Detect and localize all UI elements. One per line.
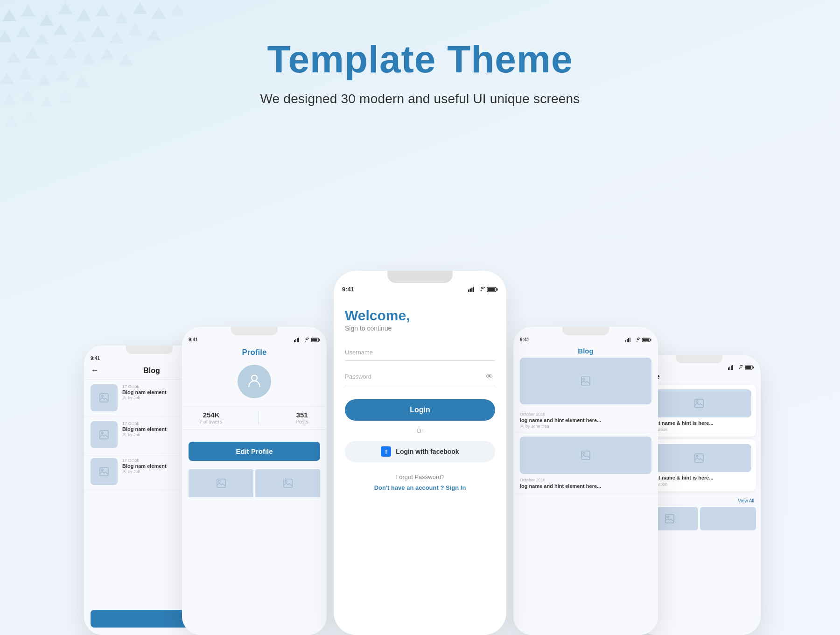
svg-rect-59 — [319, 339, 320, 341]
facebook-icon: f — [381, 446, 391, 457]
svg-rect-75 — [627, 339, 628, 342]
back-arrow-icon[interactable]: ← — [91, 366, 99, 375]
login-button[interactable]: Login — [345, 399, 495, 421]
svg-marker-36 — [23, 111, 37, 123]
svg-point-57 — [305, 340, 306, 341]
svg-rect-69 — [473, 287, 475, 292]
password-label: Password — [345, 371, 495, 382]
status-bar-left1: 9:41 — [182, 335, 327, 343]
profile-avatar — [238, 365, 271, 398]
svg-point-46 — [124, 396, 125, 398]
view-all-link[interactable]: View All — [738, 498, 754, 503]
svg-rect-90 — [732, 365, 733, 370]
svg-point-45 — [101, 395, 103, 397]
phone-notch-center — [387, 271, 453, 283]
svg-point-91 — [739, 368, 740, 369]
login-subtitle-text: Sign to continue — [345, 325, 495, 332]
svg-rect-82 — [581, 377, 590, 385]
grid-img-1 — [189, 469, 253, 497]
event-location-2: Location — [646, 482, 751, 487]
svg-rect-99 — [665, 515, 674, 523]
svg-rect-94 — [745, 366, 751, 369]
svg-rect-93 — [753, 367, 754, 368]
profile-stats: 254K Followers 351 Posts — [182, 406, 327, 430]
username-label: Username — [345, 347, 495, 358]
svg-point-96 — [696, 401, 698, 402]
svg-point-86 — [583, 452, 585, 454]
svg-point-83 — [583, 378, 585, 380]
svg-point-70 — [481, 290, 482, 291]
svg-rect-56 — [298, 338, 299, 342]
svg-rect-85 — [581, 451, 590, 459]
svg-rect-76 — [628, 338, 629, 342]
svg-rect-55 — [297, 338, 298, 342]
right-blog-title: Blog — [513, 343, 658, 358]
svg-rect-68 — [471, 288, 473, 292]
posts-stat: 351 Posts — [295, 411, 308, 424]
phone-profile: 9:41 Profile 254K Followers — [182, 327, 327, 635]
svg-rect-72 — [497, 288, 498, 290]
svg-rect-64 — [284, 479, 292, 487]
blog-thumb-1 — [91, 384, 118, 411]
password-eye-icon[interactable]: 👁 — [486, 373, 493, 381]
header-section: Template Theme We designed 30 modern and… — [0, 0, 840, 106]
svg-point-52 — [124, 470, 125, 472]
event-card-1: Event name & hint is here... Location — [642, 385, 756, 437]
svg-rect-80 — [651, 339, 651, 341]
event-img-2 — [646, 444, 751, 472]
status-bar-right1: 9:41 — [513, 335, 658, 343]
svg-point-49 — [124, 433, 125, 435]
svg-point-63 — [218, 480, 220, 482]
svg-rect-60 — [311, 339, 317, 341]
facebook-login-button[interactable]: f Login with facebook — [345, 441, 495, 462]
svg-rect-74 — [625, 340, 626, 342]
svg-point-48 — [101, 432, 103, 434]
svg-point-78 — [637, 340, 637, 341]
forgot-password-text[interactable]: Forgot Password? — [345, 473, 495, 480]
page-title: Template Theme — [0, 37, 840, 81]
svg-rect-50 — [100, 467, 108, 476]
svg-marker-35 — [5, 116, 19, 127]
right-blog-item-1: October 2018 log name and hint element h… — [513, 408, 658, 433]
signup-link[interactable]: Sign In — [446, 484, 466, 491]
svg-point-100 — [667, 516, 669, 518]
grid-img-2 — [255, 469, 320, 497]
svg-rect-53 — [294, 340, 295, 342]
or-divider: Or — [345, 427, 495, 434]
profile-grid — [182, 469, 327, 497]
svg-rect-54 — [295, 339, 296, 342]
blog-thumb-2 — [91, 421, 118, 448]
svg-rect-73 — [488, 288, 495, 291]
svg-rect-89 — [731, 366, 732, 370]
username-field: Username — [345, 347, 495, 361]
svg-point-84 — [521, 425, 523, 426]
signup-text: Don't have an account ? Sign In — [345, 484, 495, 491]
svg-rect-88 — [729, 367, 730, 370]
event-location-1: Location — [646, 427, 751, 432]
blog-thumb-3 — [91, 458, 118, 485]
phone-blog-right: 9:41 Blog October 2018 log name and hint… — [513, 327, 658, 635]
page-subtitle: We designed 30 modern and useful UI uniq… — [0, 92, 840, 106]
password-field: Password 👁 — [345, 371, 495, 385]
right-blog-main-img — [520, 358, 651, 404]
svg-rect-67 — [470, 289, 471, 292]
svg-point-61 — [252, 375, 257, 381]
followers-stat: 254K Followers — [200, 411, 222, 424]
right-blog-img-2 — [520, 437, 651, 474]
svg-point-51 — [101, 469, 103, 471]
login-screen-content: Welcome, Sign to continue Username Passw… — [334, 308, 506, 491]
right-blog-author-1: by John Deo — [520, 424, 651, 429]
phone-login: 9:41 Welcome, Sign to continue Username … — [334, 271, 506, 635]
right-blog-item-2: October 2018 log name and hint element h… — [513, 474, 658, 494]
status-bar-center: 9:41 — [334, 283, 506, 295]
svg-rect-62 — [217, 479, 225, 487]
svg-rect-97 — [695, 454, 703, 462]
event-img-1 — [646, 389, 751, 417]
svg-rect-47 — [100, 430, 108, 439]
login-welcome-text: Welcome, — [345, 308, 495, 324]
svg-rect-87 — [728, 367, 729, 370]
svg-rect-95 — [695, 399, 703, 408]
facebook-button-label: Login with facebook — [396, 448, 459, 455]
edit-profile-button[interactable]: Edit Profile — [189, 442, 320, 461]
home-grid-img-2 — [700, 507, 756, 530]
